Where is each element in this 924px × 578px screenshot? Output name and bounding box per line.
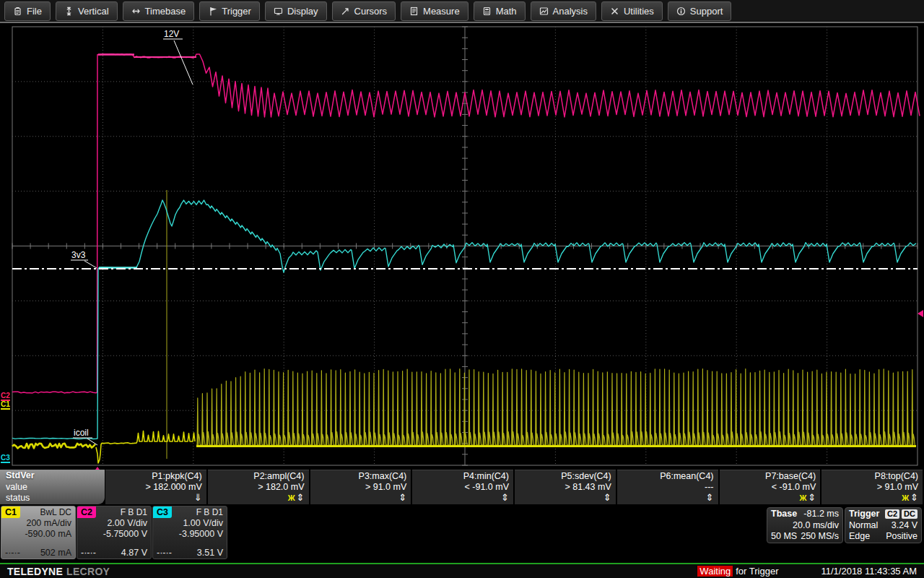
- trigger-coupling-badge: DC: [902, 509, 918, 519]
- measure-warning-icon: Ж: [288, 493, 295, 502]
- oscilloscope-app: { "menu": { "items": [ {"label": "File",…: [0, 0, 924, 578]
- channel-reading: 502 mA: [40, 548, 71, 558]
- measure-status-arrow-icon: ⇓: [194, 492, 202, 503]
- measure-status-arrow-icon: ⇕: [603, 492, 611, 503]
- timebase-rate: 250 MS/s: [801, 531, 839, 542]
- channel-reading: 3.51 V: [197, 548, 223, 558]
- trigger-slope: Positive: [886, 531, 918, 542]
- measure-p8[interactable]: P8:top(C4) > 91.0 mV Ж⇕: [821, 470, 923, 504]
- measure-p6[interactable]: P6:mean(C4) --- ⇕: [617, 470, 718, 504]
- measure-p5[interactable]: P5:sdev(C4) > 81.43 mV ⇕: [515, 470, 616, 504]
- channel-scale: 200 mA/div: [1, 518, 75, 529]
- timebase-scale: 20.0 ms/div: [793, 520, 839, 531]
- channel-flags: BwL DC: [40, 506, 75, 518]
- svg-text:C2: C2: [1, 392, 10, 400]
- measure-warning-icon: Ж: [799, 493, 806, 502]
- measure-status-arrow-icon: ⇕: [808, 492, 816, 503]
- trigger-descriptor[interactable]: Trigger C2DC Normal 3.24 V Edge Positive: [845, 507, 922, 543]
- measure-status-arrow-icon: ⇕: [297, 492, 305, 503]
- trace-style-indicator: -·-·-: [5, 548, 20, 558]
- measure-p3[interactable]: P3:max(C4) > 91.0 mV ⇕: [310, 470, 411, 504]
- channel-offset: -590.00 mA: [1, 529, 75, 540]
- svg-text:12V: 12V: [164, 29, 179, 39]
- waveform-display[interactable]: C2C1C312V3v3icoil: [0, 0, 924, 474]
- channel-reading: 4.87 V: [121, 548, 147, 558]
- measure-p4[interactable]: P4:min(C4) < -91.0 mV ⇕: [412, 470, 513, 504]
- measure-status-arrow-icon: ⇕: [398, 492, 406, 503]
- channel-flags: F B D1: [121, 506, 151, 518]
- channel-descriptor-c3[interactable]: C3 F B D1 1.00 V/div -3.95000 V -·-·- 3.…: [152, 506, 227, 559]
- channel-scale: 1.00 V/div: [153, 518, 227, 529]
- trigger-level: 3.24 V: [892, 520, 918, 531]
- status-bar: TELEDYNELECROY Waiting for Trigger 11/1/…: [0, 564, 924, 578]
- trigger-source-badge: C2: [885, 509, 899, 519]
- datetime: 11/1/2018 11:43:35 AM: [821, 566, 917, 577]
- svg-text:3v3: 3v3: [71, 250, 86, 260]
- brand-logo: TELEDYNELECROY: [7, 566, 110, 577]
- measure-panel-title: StdVer: [6, 470, 105, 480]
- measure-warning-icon: Ж: [902, 493, 909, 502]
- channel-tab-c3[interactable]: C3: [153, 506, 172, 518]
- trigger-mode: Normal: [849, 520, 878, 531]
- channel-offset: -3.95000 V: [153, 529, 227, 540]
- measure-p7[interactable]: P7:base(C4) < -91.0 mV Ж⇕: [720, 470, 821, 504]
- channel-tab-c2[interactable]: C2: [77, 506, 96, 518]
- timebase-descriptor[interactable]: Tbase -81.2 ms 20.0 ms/div 50 MS 250 MS/…: [767, 507, 843, 543]
- channel-offset: -5.75000 V: [77, 529, 151, 540]
- trigger-state-text: for Trigger: [736, 566, 778, 577]
- svg-text:icoil: icoil: [74, 428, 89, 438]
- measure-row-label-status: status: [6, 493, 105, 503]
- measure-p1[interactable]: P1:pkpk(C4) > 182.000 mV ⇓: [105, 470, 206, 504]
- svg-text:C3: C3: [1, 454, 10, 462]
- measure-status-arrow-icon: ⇕: [501, 492, 509, 503]
- timebase-delay: -81.2 ms: [803, 509, 839, 519]
- timebase-title: Tbase: [771, 509, 797, 519]
- svg-text:C1: C1: [1, 400, 10, 408]
- trace-style-indicator: -·-·-: [81, 548, 96, 558]
- channel-tab-c1[interactable]: C1: [1, 506, 20, 518]
- trigger-type: Edge: [849, 531, 870, 542]
- channel-descriptor-c2[interactable]: C2 F B D1 2.00 V/div -5.75000 V -·-·- 4.…: [77, 506, 152, 559]
- timebase-samples: 50 MS: [771, 531, 797, 542]
- measure-status-arrow-icon: ⇕: [910, 492, 918, 503]
- channel-flags: F B D1: [196, 506, 227, 518]
- measure-header-panel[interactable]: StdVer value status: [0, 470, 105, 504]
- channel-scale: 2.00 V/div: [77, 518, 151, 529]
- channel-descriptor-c1[interactable]: C1 BwL DC 200 mA/div -590.00 mA -·-·- 50…: [1, 506, 76, 559]
- measurement-table: P1:pkpk(C4) > 182.000 mV ⇓ P2:ampl(C4) >…: [105, 470, 923, 504]
- trigger-state-highlight: Waiting: [697, 566, 733, 577]
- measure-p2[interactable]: P2:ampl(C4) > 182.0 mV Ж⇕: [208, 470, 309, 504]
- trace-style-indicator: -·-·-: [157, 548, 172, 558]
- trigger-title: Trigger: [849, 509, 879, 519]
- measure-status-arrow-icon: ⇕: [706, 492, 714, 503]
- measure-row-label-value: value: [6, 482, 105, 492]
